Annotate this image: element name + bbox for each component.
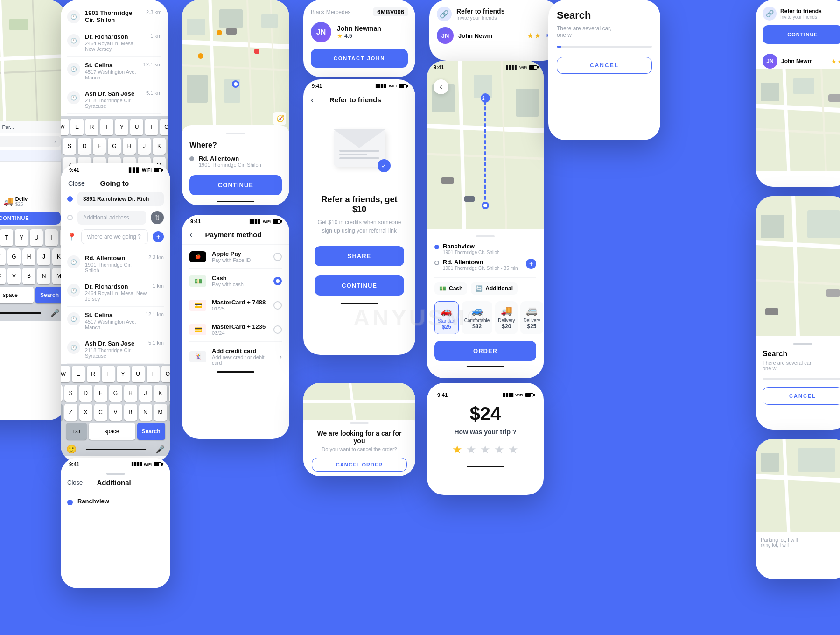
kb2-key-e[interactable]: E xyxy=(70,119,84,135)
chevron-right-addcard[interactable]: › xyxy=(280,353,282,361)
cancel-order-btn-8[interactable]: CANCEL ORDER xyxy=(312,458,407,472)
kb2b-h[interactable]: H xyxy=(124,385,137,402)
sort-btn-2b[interactable]: ⇅ xyxy=(151,211,164,224)
ranchview-item-11[interactable]: Ranchview xyxy=(67,493,164,511)
continue-btn-3[interactable]: CONTINUE xyxy=(189,175,282,195)
contact-btn-4[interactable]: CONTACT JOHN xyxy=(311,49,408,68)
emoji-key-2b[interactable]: 🙂 xyxy=(66,444,77,454)
payment-add-card[interactable]: 🃏 Add credit card Add new credit or debi… xyxy=(189,342,282,371)
kb2b-m[interactable]: M xyxy=(154,404,167,421)
kb2b-u[interactable]: U xyxy=(132,366,145,382)
kb2b-space[interactable]: space xyxy=(89,423,135,440)
kb2-key-r[interactable]: R xyxy=(85,119,98,135)
key-g[interactable]: G xyxy=(7,248,21,265)
key-search-1[interactable]: Search xyxy=(35,287,63,303)
kb2-key-h[interactable]: H xyxy=(123,138,136,155)
kb2b-l[interactable]: L xyxy=(169,385,171,402)
kb2b-n[interactable]: N xyxy=(139,404,152,421)
kb2-key-d[interactable]: D xyxy=(78,138,91,155)
kb2-key-t[interactable]: T xyxy=(100,119,113,135)
kb2b-shift[interactable]: ⇧ xyxy=(61,404,63,421)
kb2-key-u[interactable]: U xyxy=(130,119,143,135)
where-input-2b[interactable]: where are we going ? xyxy=(81,229,148,244)
additional-input-2b[interactable]: Additional address xyxy=(77,211,146,225)
stars-12[interactable]: ★ ★ ★ ★ ★ xyxy=(437,443,533,456)
kb2b-j[interactable]: J xyxy=(139,385,152,402)
kb2-key-s[interactable]: S xyxy=(63,138,76,155)
kb2b-v[interactable]: V xyxy=(109,404,122,421)
radio-cash[interactable] xyxy=(273,277,282,285)
car-type-standart[interactable]: 🚗 Standart $25 xyxy=(434,301,459,334)
kb2-key-f[interactable]: F xyxy=(93,138,106,155)
key-t[interactable]: T xyxy=(0,229,13,246)
kb2b-k[interactable]: K xyxy=(154,385,167,402)
cancel-btn-10[interactable]: CANCEL xyxy=(557,57,652,74)
kb2-key-shift[interactable]: ⇧ xyxy=(61,157,61,174)
payment-cash[interactable]: 💵 Cash Pay with cash xyxy=(189,269,282,293)
car-type-delivery[interactable]: 🚚 Delivery $20 xyxy=(495,301,518,334)
key-j[interactable]: J xyxy=(37,248,50,265)
back-btn-7[interactable]: ‹ xyxy=(311,94,314,105)
mic-key-2b[interactable]: 🎤 xyxy=(155,445,165,454)
key-space[interactable]: space xyxy=(0,287,34,303)
kb2b-d[interactable]: D xyxy=(79,385,92,402)
add-stop-btn[interactable]: + xyxy=(0,170,65,184)
payment-applepay[interactable]: 🍎 Apple Pay Pay with Face ID xyxy=(189,245,282,269)
kb2b-g[interactable]: G xyxy=(109,385,122,402)
star-5[interactable]: ★ xyxy=(508,443,518,456)
car-type-delivery2[interactable]: 🚐 Delivery $25 xyxy=(520,301,543,334)
key-c[interactable]: C xyxy=(0,268,6,284)
kb2b-z[interactable]: Z xyxy=(64,404,77,421)
key-h[interactable]: H xyxy=(22,248,35,265)
kb2b-s[interactable]: S xyxy=(64,385,77,402)
list-item-shiloh-partial[interactable]: 🕐 1901 Thornridge Cir. Shiloh 2.3 km xyxy=(67,5,161,28)
list-item-sanjose[interactable]: 🕐 Ash Dr. San Jose 2118 Thornridge Cir. … xyxy=(67,85,161,114)
radio-mc1235[interactable] xyxy=(273,325,282,334)
star-3[interactable]: ★ xyxy=(480,443,490,456)
kb2b-123[interactable]: 123 xyxy=(66,423,87,440)
key-y[interactable]: Y xyxy=(15,229,28,246)
kb2b-r[interactable]: R xyxy=(87,366,100,382)
kb2b-o[interactable]: O xyxy=(161,366,171,382)
back-btn-9[interactable]: ‹ xyxy=(434,79,448,94)
key-i[interactable]: I xyxy=(45,229,58,246)
continue-btn-right[interactable]: CONTINUE xyxy=(763,25,840,44)
key-u[interactable]: U xyxy=(30,229,43,246)
close-btn-2b[interactable]: Close xyxy=(68,180,85,187)
kb2b-y[interactable]: Y xyxy=(117,366,130,382)
continue-btn-refer[interactable]: CONTINUE xyxy=(315,275,404,296)
key-n[interactable]: N xyxy=(37,268,50,284)
star-4[interactable]: ★ xyxy=(494,443,504,456)
continue-btn-1[interactable]: CONTINUE xyxy=(0,212,61,225)
radio-applepay[interactable] xyxy=(273,253,282,261)
kb2-key-w[interactable]: W xyxy=(61,119,69,135)
kb2b-t[interactable]: T xyxy=(102,366,115,382)
star-1[interactable]: ★ xyxy=(452,443,462,456)
kb2-key-i[interactable]: I xyxy=(145,119,158,135)
kb2b-w[interactable]: W xyxy=(61,366,70,382)
mic-key[interactable]: 🎤 xyxy=(50,309,60,318)
list-allentown-2b[interactable]: 🕐 Rd. Allentown 1901 Thornridge Cir. Shi… xyxy=(67,250,164,278)
list-item-richardson[interactable]: 🕐 Dr. Richardson 2464 Royal Ln. Mesa, Ne… xyxy=(67,28,161,57)
kb2-key-l[interactable]: L xyxy=(168,138,168,155)
radio-mc7488[interactable] xyxy=(273,301,282,310)
kb2-key-j[interactable]: J xyxy=(138,138,151,155)
star-2[interactable]: ★ xyxy=(466,443,476,456)
kb2b-f[interactable]: F xyxy=(94,385,107,402)
key-v[interactable]: V xyxy=(7,268,21,284)
kb2-key-y[interactable]: Y xyxy=(115,119,128,135)
list-richardson-2b[interactable]: 🕐 Dr. Richardson 2464 Royal Ln. Mesa, Ne… xyxy=(67,278,164,307)
kb2b-b[interactable]: B xyxy=(124,404,137,421)
list-item-celina[interactable]: 🕐 St. Celina 4517 Washington Ave. Manch,… xyxy=(67,57,161,85)
kb2-key-o[interactable]: O xyxy=(160,119,168,135)
search-field-area-1[interactable]: ? › xyxy=(0,133,65,150)
additional-selector-9[interactable]: 🔄 Additional xyxy=(471,282,518,295)
kb2-key-k[interactable]: K xyxy=(153,138,166,155)
kb2b-x[interactable]: X xyxy=(79,404,92,421)
close-btn-11[interactable]: Close xyxy=(67,479,83,486)
destination-input-2b[interactable]: 3891 Ranchview Dr. Rich xyxy=(77,192,164,206)
kb2b-c[interactable]: C xyxy=(94,404,107,421)
back-btn-6[interactable]: ‹ xyxy=(189,230,192,240)
cancel-btn-14[interactable]: CANCEL xyxy=(763,387,840,405)
payment-mc7488[interactable]: 💳 MasterCard + 7488 01/25 xyxy=(189,293,282,318)
